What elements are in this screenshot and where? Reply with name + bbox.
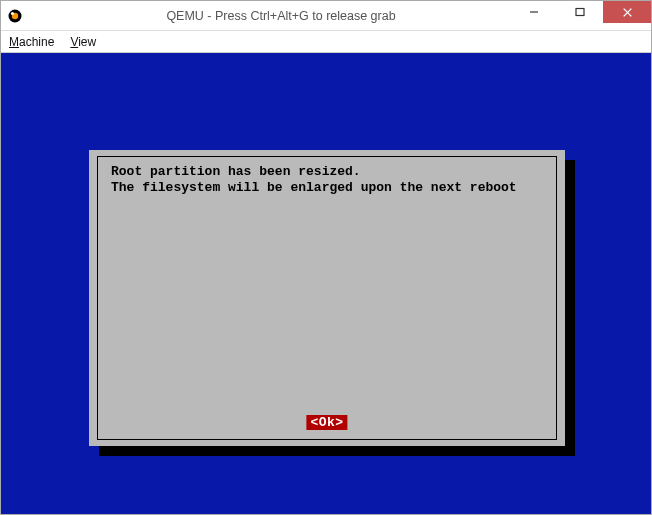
svg-point-2 <box>11 11 14 14</box>
qemu-icon <box>7 8 23 24</box>
console-viewport[interactable]: Root partition has been resized. The fil… <box>1 53 651 514</box>
dialog-line1: Root partition has been resized. <box>111 164 361 179</box>
ok-button[interactable]: <Ok> <box>306 415 347 430</box>
app-window: QEMU - Press Ctrl+Alt+G to release grab … <box>0 0 652 515</box>
dialog-border <box>97 156 557 440</box>
minimize-button[interactable] <box>511 1 557 23</box>
menu-machine[interactable]: Machine <box>9 35 54 49</box>
menubar: Machine View <box>1 31 651 53</box>
maximize-icon <box>575 7 585 17</box>
menu-view[interactable]: View <box>70 35 96 49</box>
close-button[interactable] <box>603 1 651 23</box>
svg-rect-4 <box>576 9 584 16</box>
window-controls <box>511 1 651 23</box>
dialog-line2: The filesystem will be enlarged upon the… <box>111 180 517 195</box>
close-icon <box>622 7 633 18</box>
maximize-button[interactable] <box>557 1 603 23</box>
message-dialog: Root partition has been resized. The fil… <box>89 150 565 446</box>
titlebar[interactable]: QEMU - Press Ctrl+Alt+G to release grab <box>1 1 651 31</box>
dialog-message: Root partition has been resized. The fil… <box>111 164 547 197</box>
dialog-container: Root partition has been resized. The fil… <box>89 150 565 446</box>
minimize-icon <box>529 7 539 17</box>
